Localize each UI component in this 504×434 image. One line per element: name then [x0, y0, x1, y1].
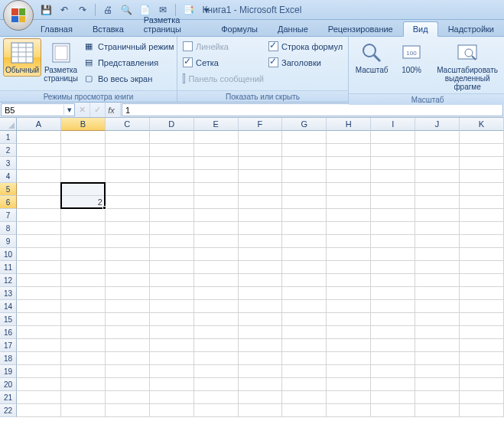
cell[interactable]	[415, 144, 460, 157]
row-header[interactable]: 7	[0, 209, 17, 222]
cell[interactable]	[327, 378, 371, 391]
cell[interactable]	[415, 261, 460, 274]
cell[interactable]	[327, 170, 371, 183]
checkbox-icon[interactable]	[183, 57, 193, 67]
cell[interactable]	[327, 404, 371, 417]
cell[interactable]	[460, 378, 504, 391]
tab-надстройки[interactable]: Надстройки	[438, 21, 504, 36]
tab-разметка страницы[interactable]: Разметка страницы	[134, 12, 211, 36]
cell[interactable]	[106, 339, 150, 352]
cell[interactable]	[371, 183, 415, 196]
cell[interactable]	[371, 274, 415, 287]
cell[interactable]	[371, 365, 415, 378]
cell[interactable]	[17, 261, 61, 274]
cell[interactable]	[150, 352, 194, 365]
column-header[interactable]: I	[371, 118, 415, 131]
cell[interactable]	[150, 378, 194, 391]
cell[interactable]	[460, 300, 504, 313]
cell[interactable]	[327, 326, 371, 339]
cell[interactable]	[415, 222, 460, 235]
column-header[interactable]: C	[106, 118, 150, 131]
cell[interactable]	[415, 209, 460, 222]
cell[interactable]	[194, 196, 239, 209]
cell[interactable]	[371, 391, 415, 404]
cell[interactable]	[106, 352, 150, 365]
cell[interactable]	[460, 352, 504, 365]
cell[interactable]	[415, 339, 460, 352]
cell[interactable]	[327, 391, 371, 404]
cell[interactable]	[327, 274, 371, 287]
cell[interactable]	[239, 170, 283, 183]
row-header[interactable]: 4	[0, 170, 17, 183]
worksheet-grid[interactable]: ABCDEFGHIJK 1234516278910111213141516171…	[0, 118, 504, 417]
tab-данные[interactable]: Данные	[268, 21, 318, 36]
page-layout-button[interactable]: Разметка страницы	[41, 38, 80, 85]
cell[interactable]	[106, 222, 150, 235]
cell[interactable]	[371, 196, 415, 209]
cell[interactable]	[282, 144, 327, 157]
cell[interactable]	[17, 352, 61, 365]
cell[interactable]	[150, 222, 194, 235]
cell[interactable]	[106, 404, 150, 417]
cell[interactable]	[239, 196, 283, 209]
cell[interactable]	[17, 365, 61, 378]
cell[interactable]	[327, 183, 371, 196]
cell[interactable]	[371, 326, 415, 339]
cell[interactable]	[239, 339, 283, 352]
cell[interactable]	[194, 183, 239, 196]
cell[interactable]	[371, 170, 415, 183]
cell[interactable]: 2	[61, 196, 106, 209]
tab-главная[interactable]: Главная	[31, 21, 83, 36]
row-header[interactable]: 8	[0, 222, 17, 235]
column-header[interactable]: F	[239, 118, 283, 131]
cell[interactable]	[460, 339, 504, 352]
cell[interactable]	[239, 131, 283, 144]
cell[interactable]	[17, 326, 61, 339]
cell[interactable]	[415, 248, 460, 261]
cell[interactable]	[61, 248, 106, 261]
cell[interactable]	[371, 248, 415, 261]
cell[interactable]	[282, 352, 327, 365]
cell[interactable]	[371, 300, 415, 313]
cell[interactable]	[460, 209, 504, 222]
cell[interactable]	[106, 365, 150, 378]
row-header[interactable]: 2	[0, 144, 17, 157]
preview-icon[interactable]: 🔍	[119, 2, 134, 18]
column-header[interactable]: D	[150, 118, 194, 131]
cell[interactable]	[106, 248, 150, 261]
cell[interactable]	[61, 352, 106, 365]
select-all-button[interactable]	[0, 118, 17, 131]
zoom-selection-button[interactable]: Масштабировать выделенный фрагме	[431, 38, 503, 93]
cell[interactable]	[17, 222, 61, 235]
cell[interactable]	[460, 196, 504, 209]
row-header[interactable]: 15	[0, 313, 17, 326]
cell[interactable]	[61, 144, 106, 157]
cell[interactable]	[415, 157, 460, 170]
column-header[interactable]: H	[327, 118, 371, 131]
cell[interactable]	[61, 209, 106, 222]
cell[interactable]	[371, 144, 415, 157]
cell[interactable]	[282, 183, 327, 196]
cell[interactable]	[327, 222, 371, 235]
column-header[interactable]: G	[282, 118, 327, 131]
cell[interactable]	[194, 378, 239, 391]
undo-icon[interactable]: ↶	[57, 2, 72, 18]
cell[interactable]	[194, 365, 239, 378]
cell[interactable]	[150, 391, 194, 404]
cell[interactable]	[239, 248, 283, 261]
cell[interactable]	[194, 339, 239, 352]
cell[interactable]	[194, 209, 239, 222]
cell[interactable]	[327, 352, 371, 365]
cell[interactable]	[460, 404, 504, 417]
cell[interactable]	[327, 287, 371, 300]
cell[interactable]	[194, 300, 239, 313]
cell[interactable]	[194, 235, 239, 248]
cell[interactable]	[239, 365, 283, 378]
cell[interactable]	[327, 248, 371, 261]
cell[interactable]	[150, 326, 194, 339]
cell[interactable]	[282, 274, 327, 287]
cell[interactable]	[460, 235, 504, 248]
print-icon[interactable]: 🖨	[100, 2, 115, 18]
column-header[interactable]: K	[460, 118, 504, 131]
cell[interactable]	[460, 313, 504, 326]
